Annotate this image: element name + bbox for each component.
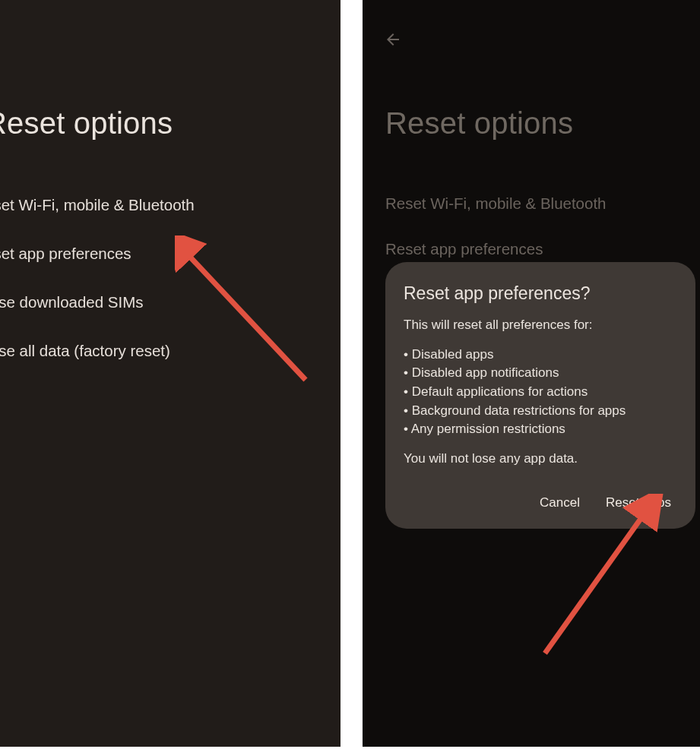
phone-screen-left: Reset options eset Wi-Fi, mobile & Bluet… xyxy=(0,0,340,747)
bullet-disabled-apps: • Disabled apps xyxy=(404,346,677,365)
cancel-button[interactable]: Cancel xyxy=(537,488,583,518)
dialog-intro: This will reset all preferences for: xyxy=(404,316,677,335)
option-reset-app-prefs[interactable]: eset app preferences xyxy=(0,229,340,278)
bullet-permission: • Any permission restrictions xyxy=(404,420,677,439)
dialog-title: Reset app preferences? xyxy=(404,283,677,304)
bullet-disabled-notifications: • Disabled app notifications xyxy=(404,364,677,383)
bullet-default-apps: • Default applications for actions xyxy=(404,383,677,402)
dialog-actions: Cancel Reset apps xyxy=(404,488,677,518)
dialog-footer: You will not lose any app data. xyxy=(404,450,677,469)
dialog-bullets: • Disabled apps • Disabled app notificat… xyxy=(404,346,677,439)
page-title: Reset options xyxy=(0,106,173,141)
option-reset-wifi[interactable]: eset Wi-Fi, mobile & Bluetooth xyxy=(0,181,340,229)
reset-app-prefs-dialog: Reset app preferences? This will reset a… xyxy=(385,262,695,529)
bullet-bg-data: • Background data restrictions for apps xyxy=(404,402,677,421)
option-erase-all-data[interactable]: rase all data (factory reset) xyxy=(0,327,340,375)
reset-apps-button[interactable]: Reset apps xyxy=(603,488,674,518)
phone-screen-right: Reset options Reset Wi-Fi, mobile & Blue… xyxy=(363,0,700,747)
option-erase-sims[interactable]: rase downloaded SIMs xyxy=(0,278,340,327)
reset-options-list: eset Wi-Fi, mobile & Bluetooth eset app … xyxy=(0,181,340,375)
